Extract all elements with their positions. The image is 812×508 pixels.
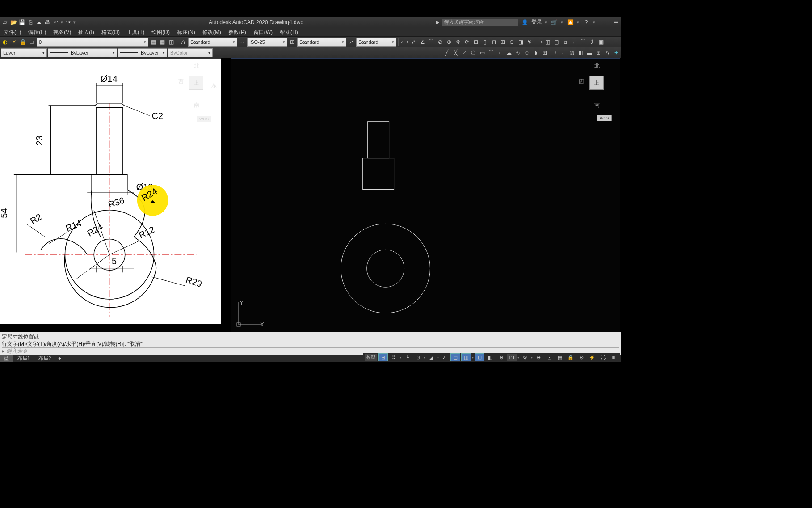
menu-view[interactable]: 视图(V) (50, 27, 75, 36)
dim-override-icon[interactable]: ⧈ (561, 38, 569, 46)
signin-icon[interactable]: 👤 (521, 19, 529, 26)
minimize-icon[interactable]: ━ (612, 19, 620, 26)
dimstyle-icon[interactable]: ↔ (238, 38, 246, 46)
command-line[interactable]: 定尺寸线位置或 行文字(M)/文字(T)/角度(A)/水平(H)/垂直(V)/旋… (0, 332, 621, 355)
layer-lock-icon[interactable]: 🔒 (19, 38, 27, 46)
layer-freeze-icon[interactable]: ☀ (10, 38, 18, 46)
snap-toggle[interactable]: ⠿ (389, 353, 399, 361)
layer-iso-icon[interactable]: ◫ (167, 38, 175, 46)
tab-layout2[interactable]: 布局2 (34, 355, 55, 362)
point-icon[interactable]: · (559, 49, 567, 57)
dim-angular-icon[interactable]: ∠ (418, 38, 426, 46)
dim-continue-icon[interactable]: ⟳ (463, 38, 471, 46)
units-toggle[interactable]: ⊡ (544, 353, 554, 361)
isodraw-toggle[interactable]: ◢ (426, 353, 436, 361)
viewcube[interactable]: 北 西 上 南 WCS (579, 62, 614, 109)
dim-manager-icon[interactable]: ▣ (597, 38, 605, 46)
mtext-icon[interactable]: A (603, 49, 611, 57)
plot-icon[interactable]: 🖶 (44, 19, 51, 26)
circle-icon[interactable]: ○ (496, 49, 504, 57)
tab-model[interactable]: 型 (0, 355, 13, 362)
dim-arc-icon[interactable]: ⌒ (427, 38, 435, 46)
model-space[interactable]: 北 西 上 南 WCS Y X (231, 58, 620, 332)
save-icon[interactable]: 💾 (18, 19, 25, 26)
textstyle-icon[interactable]: A (179, 38, 187, 46)
dim-break-icon[interactable]: ⊓ (490, 38, 498, 46)
osnap-toggle[interactable]: ◻ (450, 353, 460, 361)
info-center-search[interactable]: 键入关键字或短语 (442, 19, 518, 26)
tab-layout1[interactable]: 布局1 (13, 355, 34, 362)
table-icon[interactable]: ⊞ (594, 49, 602, 57)
region-icon[interactable]: ▬ (585, 49, 593, 57)
menu-draw[interactable]: 绘图(D) (148, 27, 173, 36)
anno-scale[interactable]: 1:1 (507, 354, 517, 361)
menu-format[interactable]: 格式(O) (98, 27, 123, 36)
help-icon[interactable]: ? (582, 19, 590, 26)
dim-tolerance-icon[interactable]: ⊞ (499, 38, 507, 46)
insert-block-icon[interactable]: ⊞ (541, 49, 549, 57)
lineweight-dropdown[interactable]: ByLayer (118, 48, 167, 57)
line-icon[interactable]: ╱ (442, 49, 450, 57)
dim-aligned-icon[interactable]: ⤢ (409, 38, 417, 46)
layer-color-icon[interactable]: □ (28, 38, 36, 46)
menu-insert[interactable]: 插入(I) (75, 27, 97, 36)
anno-monitor[interactable]: ⊕ (534, 353, 543, 361)
menu-window[interactable]: 窗口(W) (250, 27, 276, 36)
menu-param[interactable]: 参数(P) (225, 27, 250, 36)
layer-states-icon[interactable]: ▦ (158, 38, 166, 46)
ellipse-icon[interactable]: ⬭ (523, 49, 531, 57)
viewcube-ghost[interactable]: 北 西 东 南 上 WCS (178, 62, 214, 109)
ellipse-arc-icon[interactable]: ◗ (532, 49, 540, 57)
textstyle-dropdown[interactable]: Standard (188, 38, 237, 47)
tablestyle-icon[interactable]: ⊞ (288, 38, 296, 46)
linetype-dropdown[interactable]: ByLayer (48, 48, 117, 57)
ortho-toggle[interactable]: └ (402, 353, 412, 361)
cloud-icon[interactable]: ☁ (35, 19, 42, 26)
dim-diameter-icon[interactable]: ⊕ (445, 38, 453, 46)
otrack-toggle[interactable]: ∠ (440, 353, 450, 361)
dim-linear-icon[interactable]: ⟷ (400, 38, 408, 46)
cycling-toggle[interactable]: ⊕ (496, 353, 506, 361)
model-paper-toggle[interactable]: 模型 (365, 354, 377, 361)
dim-reassoc-icon[interactable]: ⌐ (570, 38, 578, 46)
menu-dim[interactable]: 标注(N) (173, 27, 199, 36)
dim-baseline-icon[interactable]: ⊟ (472, 38, 480, 46)
new-file-icon[interactable]: ▱ (1, 19, 8, 26)
lwt-toggle[interactable]: ⊡ (475, 353, 484, 361)
revcloud-icon[interactable]: ☁ (505, 49, 513, 57)
customize-status[interactable]: ≡ (609, 353, 618, 361)
isolate-toggle[interactable]: ⊙ (576, 353, 586, 361)
lock-ui[interactable]: 🔒 (566, 353, 576, 361)
app-store-icon[interactable]: 🔼 (566, 19, 574, 26)
dim-style-icon[interactable]: ▢ (552, 38, 560, 46)
dim-quick-icon[interactable]: ⤴ (588, 38, 596, 46)
osnap3d-toggle[interactable]: ◫ (461, 353, 471, 361)
rectangle-icon[interactable]: ▭ (478, 49, 486, 57)
spline-icon[interactable]: ∿ (514, 49, 522, 57)
dim-center-icon[interactable]: ⊙ (508, 38, 516, 46)
menu-modify[interactable]: 修改(M) (199, 27, 225, 36)
pline-icon[interactable]: ⟋ (460, 49, 468, 57)
workspace-switch[interactable]: ⚙ (520, 353, 530, 361)
transparency-toggle[interactable]: ◧ (485, 353, 495, 361)
clean-screen[interactable]: ⛶ (598, 353, 608, 361)
menu-file[interactable]: 文件(F) (0, 27, 25, 36)
qprops-toggle[interactable]: ▤ (555, 353, 565, 361)
dim-leader-icon[interactable]: ⌒ (579, 38, 587, 46)
color-dropdown[interactable]: Layer (1, 48, 47, 57)
mleader-dropdown[interactable]: Standard (356, 38, 396, 47)
open-folder-icon[interactable]: 📂 (10, 19, 17, 26)
menu-tools[interactable]: 工具(T) (123, 27, 148, 36)
polygon-icon[interactable]: ⬠ (469, 49, 477, 57)
undo-icon[interactable]: ↶ (52, 19, 59, 26)
gradient-icon[interactable]: ◧ (576, 49, 585, 57)
mleader-icon[interactable]: ↗ (347, 38, 355, 46)
plotstyle-dropdown[interactable]: ByColor (168, 48, 213, 57)
make-block-icon[interactable]: ⬚ (550, 49, 558, 57)
layer-manager-icon[interactable]: ▤ (149, 38, 157, 46)
polar-toggle[interactable]: ⊙ (413, 353, 423, 361)
exchange-icon[interactable]: 🛒 (550, 19, 558, 26)
login-button[interactable]: 登录 (531, 18, 542, 26)
saveas-icon[interactable]: ⎘ (27, 19, 34, 26)
dim-update-icon[interactable]: ◫ (543, 38, 551, 46)
